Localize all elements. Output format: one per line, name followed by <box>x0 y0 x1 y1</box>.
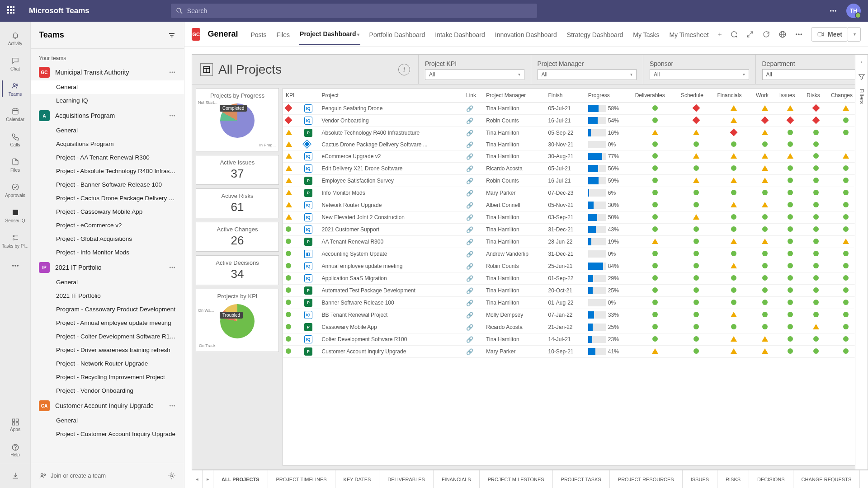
channel-row[interactable]: Project - Network Router Upgrade <box>31 357 184 371</box>
settings-icon[interactable] <box>168 472 176 480</box>
btab-key-dates[interactable]: KEY DATES <box>335 470 380 488</box>
link-cell[interactable]: 🔗 <box>463 224 483 236</box>
meet-dropdown[interactable]: ▾ <box>848 27 861 42</box>
table-row[interactable]: PAutomated Test Package Development🔗Tina… <box>283 285 863 297</box>
channel-row[interactable]: Project - Global Acquisitions <box>31 232 184 246</box>
rail-apps[interactable]: Apps <box>0 412 30 437</box>
rail-more[interactable] <box>0 253 30 278</box>
tab-portfolio-dashboard[interactable]: Portfolio Dashboard <box>368 24 426 45</box>
table-row[interactable]: IQeCommerce Upgrade v2🔗Tina Hamilton30-A… <box>283 150 863 163</box>
filter-dropdown[interactable]: All▾ <box>538 69 637 80</box>
table-row[interactable]: PEmployee Satisfaction Survey🔗Robin Coun… <box>283 175 863 187</box>
search-box[interactable] <box>171 4 537 18</box>
channel-row[interactable]: Project - Annual employee update meeting <box>31 316 184 330</box>
link-cell[interactable]: 🔗 <box>463 187 483 199</box>
table-row[interactable]: PAbsolute Technology R400 Infrastructure… <box>283 127 863 139</box>
link-cell[interactable]: 🔗 <box>463 260 483 272</box>
rail-download[interactable] <box>0 463 30 488</box>
link-cell[interactable]: 🔗 <box>463 103 483 115</box>
link-cell[interactable]: 🔗 <box>463 139 483 150</box>
channel-row[interactable]: Project - Cassowary Mobile App <box>31 205 184 219</box>
table-row[interactable]: IQNew Elevated Joint 2 Construction🔗Tina… <box>283 211 863 224</box>
filter-dropdown[interactable]: All▾ <box>425 69 524 80</box>
col-header[interactable] <box>302 89 319 103</box>
btab-risks[interactable]: RISKS <box>717 470 749 488</box>
team-row[interactable]: AAcquisitions Program <box>31 108 184 124</box>
btab-project-tasks[interactable]: PROJECT TASKS <box>553 470 610 488</box>
table-row[interactable]: PCustomer Account Inquiry Upgrade🔗Mary P… <box>283 346 863 358</box>
table-row[interactable]: IQAnnual employee update meeting🔗Robin C… <box>283 260 863 272</box>
refresh-icon[interactable] <box>762 30 770 38</box>
table-row[interactable]: IQPenguin Seafaring Drone🔗Tina Hamilton0… <box>283 103 863 115</box>
table-row[interactable]: IQColter Development Software R100🔗Tina … <box>283 333 863 346</box>
team-row[interactable]: IP2021 IT Portfolio <box>31 259 184 276</box>
table-row[interactable]: PInfo Monitor Mods🔗Mary Parker07-Dec-236… <box>283 187 863 199</box>
filter-dropdown[interactable]: All▾ <box>650 69 749 80</box>
channel-row[interactable]: Project - Customer Account Inquiry Upgra… <box>31 427 184 441</box>
table-row[interactable]: PCassowary Mobile App🔗Ricardo Acosta21-J… <box>283 321 863 333</box>
channel-row[interactable]: 2021 IT Portfolio <box>31 289 184 303</box>
channel-row[interactable]: Project - Cactus Drone Package Delivery … <box>31 192 184 205</box>
col-header[interactable]: Financials <box>714 89 753 103</box>
link-cell[interactable]: 🔗 <box>463 199 483 211</box>
rail-calls[interactable]: Calls <box>2 127 28 152</box>
table-row[interactable]: IQApplication SaaS Migration🔗Tina Hamilt… <box>283 272 863 285</box>
table-row[interactable]: PBanner Software Release 100🔗Tina Hamilt… <box>283 297 863 309</box>
btab-issues[interactable]: ISSUES <box>683 470 717 488</box>
btab-change-requests[interactable]: CHANGE REQUESTS <box>793 470 860 488</box>
link-cell[interactable]: 🔗 <box>463 175 483 187</box>
rail-chat[interactable]: Chat <box>2 51 28 76</box>
btab-all-projects[interactable]: ALL PROJECTS <box>213 470 268 488</box>
rail-help[interactable]: Help <box>0 437 30 463</box>
link-cell[interactable]: 🔗 <box>463 297 483 309</box>
globe-icon[interactable] <box>778 30 787 38</box>
btab-decisions[interactable]: DECISIONS <box>749 470 793 488</box>
expand-icon[interactable] <box>746 30 754 38</box>
app-launcher-icon[interactable] <box>7 6 16 15</box>
channel-row[interactable]: Acquisitions Program <box>31 137 184 151</box>
channel-row[interactable]: General <box>31 414 184 427</box>
link-cell[interactable]: 🔗 <box>463 150 483 163</box>
channel-row[interactable]: Project - Banner Software Release 100 <box>31 178 184 192</box>
col-header[interactable]: Schedule <box>678 89 715 103</box>
user-avatar[interactable]: TH <box>846 4 861 18</box>
team-row[interactable]: GCMunicipal Transit Authority <box>31 64 184 80</box>
channel-row[interactable]: General <box>31 80 184 94</box>
rail-calendar[interactable]: Calendar <box>2 101 28 127</box>
rail-tasks-by-pl-[interactable]: Tasks by Pl... <box>2 228 28 253</box>
btab-next[interactable]: ▸ <box>203 470 213 488</box>
table-row[interactable]: IQEdit Delivery X21 Drone Software🔗Ricar… <box>283 163 863 175</box>
col-header[interactable]: Project <box>319 89 463 103</box>
more-icon[interactable] <box>829 7 837 15</box>
tab-my-timesheet[interactable]: My Timesheet <box>668 24 709 45</box>
table-row[interactable]: IQBB Tenant Renewal Project🔗Molly Dempse… <box>283 309 863 321</box>
channel-row[interactable]: Project - Colter Development Software R1… <box>31 330 184 343</box>
tab-posts[interactable]: Posts <box>250 24 267 45</box>
btab-financials[interactable]: FINANCIALS <box>434 470 480 488</box>
link-cell[interactable]: 🔗 <box>463 236 483 248</box>
info-icon[interactable]: i <box>398 64 410 75</box>
rail-activity[interactable]: Activity <box>2 25 28 51</box>
btab-project-resources[interactable]: PROJECT RESOURCES <box>610 470 683 488</box>
rail-sensei-iq[interactable]: Sensei IQ <box>2 202 28 228</box>
btab-prev[interactable]: ◂ <box>192 470 203 488</box>
link-cell[interactable]: 🔗 <box>463 115 483 127</box>
link-cell[interactable]: 🔗 <box>463 248 483 260</box>
col-header[interactable]: Progress <box>585 89 632 103</box>
tab-strategy-dashboard[interactable]: Strategy Dashboard <box>566 24 624 45</box>
join-create-team[interactable]: Join or create a team <box>39 472 106 480</box>
filter-dropdown[interactable]: All▾ <box>762 69 862 80</box>
btab-project-timelines[interactable]: PROJECT TIMELINES <box>268 470 335 488</box>
link-cell[interactable]: 🔗 <box>463 346 483 358</box>
add-tab-icon[interactable] <box>717 30 723 38</box>
channel-row[interactable]: Project - Driver awareness training refr… <box>31 343 184 357</box>
tab-project-dashboard[interactable]: Project Dashboard▾ <box>299 23 360 45</box>
filters-rail[interactable]: ‹ Filters <box>855 55 868 469</box>
channel-row[interactable]: Project - AA Tenant Renewal R300 <box>31 151 184 164</box>
link-cell[interactable]: 🔗 <box>463 321 483 333</box>
search-input[interactable] <box>187 7 533 14</box>
team-row[interactable]: CACustomer Account Inquiry Upgrade <box>31 398 184 414</box>
col-header[interactable]: KPI <box>283 89 302 103</box>
tab-files[interactable]: Files <box>276 24 291 45</box>
more-icon[interactable] <box>169 112 176 120</box>
